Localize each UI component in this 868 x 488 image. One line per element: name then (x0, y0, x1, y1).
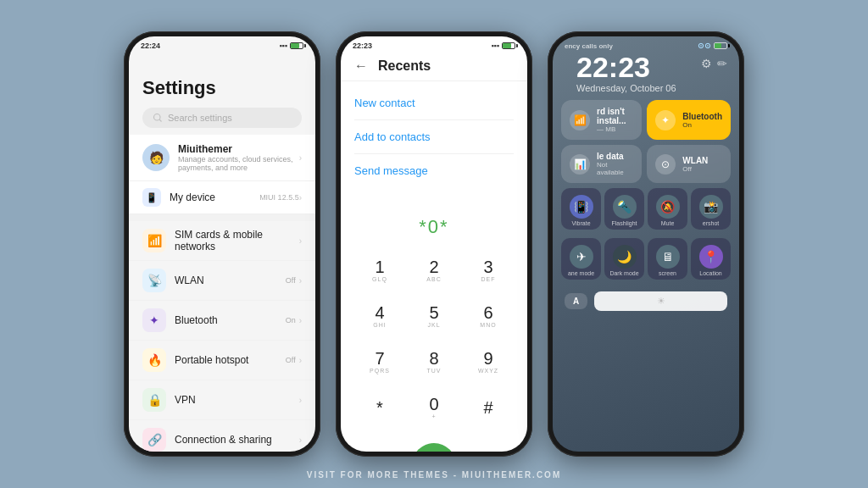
location-icon: 📍 (699, 245, 723, 269)
clock-display: 22:23 (565, 52, 688, 83)
status-icons-3: ⊙⊙ (698, 42, 727, 50)
contacts-button[interactable]: ☰ (358, 446, 402, 452)
call-button[interactable]: 📞 (412, 443, 456, 452)
key-2[interactable]: 2ABC (412, 252, 456, 289)
battery-icon-2 (502, 42, 515, 49)
settings-header: Settings Search settings (129, 52, 315, 135)
vpn-text: VPN (175, 394, 299, 406)
no-card-tile[interactable]: 📶 rd isn't instal... — MB (561, 100, 642, 140)
quicksettings-content: ency calls only ⊙⊙ 22:23 Wednesday, Octo… (553, 36, 739, 452)
bt-tile-icon: ✦ (655, 110, 676, 130)
back-button[interactable]: ← (354, 58, 368, 74)
connection-text: Connection & sharing (175, 434, 299, 446)
battery-icon-1 (290, 42, 303, 49)
key-9[interactable]: 9WXYZ (466, 343, 510, 380)
phones-container: 22:24 ▪▪▪ Settings Search settings (0, 0, 868, 488)
hotspot-right: Off › (286, 356, 302, 365)
account-row[interactable]: 🧑 Miuithemer Manage accounts, cloud serv… (129, 135, 315, 181)
wlan-tile[interactable]: ⊙ WLAN Off (647, 145, 731, 183)
location-tile[interactable]: 📍 Location (691, 238, 731, 280)
vpn-chevron: › (299, 396, 302, 405)
wlan-icon: 📡 (142, 269, 166, 292)
flashlight-icon: 🔦 (613, 195, 637, 219)
key-0[interactable]: 0+ (412, 389, 456, 426)
mydevice-version: MIUI 12.5.5 (259, 193, 299, 202)
flashlight-label: Flashlight (612, 220, 637, 226)
recents-title: Recents (378, 58, 431, 74)
hotspot-status: Off (286, 356, 296, 364)
search-icon (153, 113, 163, 123)
bluetooth-status: On (286, 316, 296, 324)
key-3[interactable]: 3DEF (466, 252, 510, 289)
bt-tile[interactable]: ✦ Bluetooth On (647, 100, 731, 140)
mobiledata-label: le data (597, 152, 633, 161)
kbd-placeholder: ☀ (657, 296, 665, 307)
search-bar[interactable]: Search settings (142, 108, 302, 128)
status-bar-1: 22:24 ▪▪▪ (129, 36, 315, 52)
mydevice-row[interactable]: 📱 My device MIUI 12.5.5 › (129, 181, 315, 214)
hotspot-chevron: › (299, 356, 302, 365)
hotspot-icon: 🔥 (142, 348, 166, 372)
dialpad-row-1: 1GLQ 2ABC 3DEF (358, 252, 510, 289)
signal-icon-2: ▪▪▪ (491, 42, 499, 50)
sim-item[interactable]: 📶 SIM cards & mobile networks › (129, 221, 315, 261)
flashlight-tile[interactable]: 🔦 Flashlight (604, 188, 644, 230)
edit-icon[interactable]: ✏ (717, 57, 727, 70)
connection-chevron: › (299, 435, 302, 445)
send-message-link[interactable]: Send message (354, 158, 514, 184)
bluetooth-chevron: › (299, 316, 302, 325)
key-4[interactable]: 4GHI (358, 297, 402, 335)
dialpad: 1GLQ 2ABC 3DEF 4GHI 5JKL 6MNO 7PQRS 8TUV… (341, 252, 527, 426)
new-contact-link[interactable]: New contact (354, 90, 514, 116)
kbd-input[interactable]: ☀ (594, 291, 727, 311)
dialpad-row-3: 7PQRS 8TUV 9WXYZ (358, 343, 510, 380)
sim-icon: 📶 (142, 229, 166, 252)
account-name: Miuithemer (178, 143, 299, 155)
settings-content: Settings Search settings 🧑 Miuithemer (129, 52, 315, 452)
date-display: Wednesday, October 06 (565, 83, 688, 100)
vibrate-tile[interactable]: 📳 Vibrate (561, 188, 601, 230)
dialpad-button[interactable]: ⋮⋮ (466, 446, 510, 452)
hotspot-text: Portable hotspot (175, 354, 286, 366)
icon-grid-2: ✈ ane mode 🌙 Dark mode 🖥 screen 📍 Locati… (553, 238, 739, 285)
wlan-tile-label: WLAN (682, 156, 722, 165)
recents-topbar: ← Recents (341, 52, 527, 81)
mute-tile[interactable]: 🔕 Mute (648, 188, 687, 230)
no-card-sub: — MB (597, 125, 633, 133)
key-1[interactable]: 1GLQ (358, 252, 402, 289)
settings-gear-icon[interactable]: ⚙ (701, 57, 712, 70)
vpn-label: VPN (175, 394, 299, 406)
key-8[interactable]: 8TUV (412, 343, 456, 380)
vpn-icon: 🔒 (142, 388, 166, 412)
mobiledata-tile[interactable]: 📊 le data Not available (561, 145, 642, 183)
darkmode-label: Dark mode (609, 270, 638, 276)
bluetooth-item[interactable]: ✦ Bluetooth On › (129, 301, 315, 341)
connection-item[interactable]: 🔗 Connection & sharing › (129, 420, 315, 452)
quick-tiles-grid: 📶 rd isn't instal... — MB ✦ Bluetooth On (553, 100, 739, 188)
kbd-lang-button[interactable]: A (565, 293, 587, 309)
wlan-item[interactable]: 📡 WLAN Off › (129, 261, 315, 301)
key-5[interactable]: 5JKL (412, 297, 456, 335)
location-label: Location (699, 270, 721, 276)
status-time-2: 22:23 (353, 42, 372, 50)
mydevice-label: My device (170, 191, 259, 203)
contact-actions: New contact Add to contacts Send message (341, 81, 527, 192)
account-sub: Manage accounts, cloud services, payment… (178, 155, 299, 172)
darkmode-tile[interactable]: 🌙 Dark mode (604, 238, 644, 280)
hotspot-item[interactable]: 🔥 Portable hotspot Off › (129, 341, 315, 380)
phone-quicksettings: ency calls only ⊙⊙ 22:23 Wednesday, Octo… (548, 31, 744, 457)
screen-tile[interactable]: 🖥 screen (648, 238, 687, 280)
key-star[interactable]: * (358, 389, 402, 426)
key-7[interactable]: 7PQRS (358, 343, 402, 380)
no-card-icon: 📶 (570, 110, 590, 130)
phone-dialer: 22:23 ▪▪▪ ← Recents New contact Add to c… (336, 31, 532, 457)
key-6[interactable]: 6MNO (466, 297, 510, 335)
plane-tile[interactable]: ✈ ane mode (561, 238, 601, 280)
add-to-contacts-link[interactable]: Add to contacts (354, 124, 514, 150)
bluetooth-text: Bluetooth (175, 314, 286, 326)
search-placeholder: Search settings (168, 113, 232, 123)
vpn-item[interactable]: 🔒 VPN › (129, 380, 315, 420)
key-hash[interactable]: # (466, 389, 510, 426)
screenshot-tile[interactable]: 📸 ershot (691, 188, 731, 230)
keyboard-row: A ☀ (553, 286, 739, 314)
